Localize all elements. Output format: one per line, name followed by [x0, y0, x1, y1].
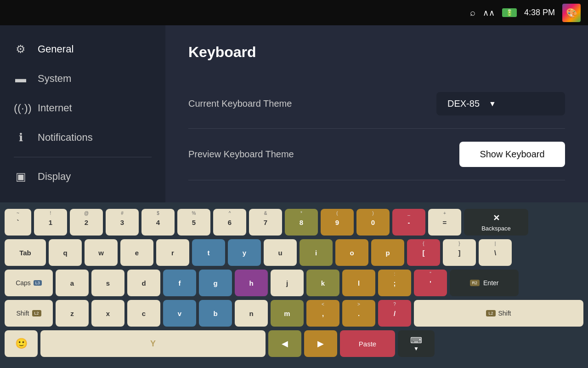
search-icon[interactable]: ⌕ [470, 7, 475, 18]
l2-badge-shift: L2 [32, 310, 41, 316]
key-q[interactable]: q [49, 239, 82, 266]
key-semicolon[interactable]: :; [378, 270, 411, 296]
kb-row-4: Shift L2 z x c v b n m <, >. ?/ L2 Shift [5, 300, 583, 327]
sidebar-divider [14, 157, 152, 157]
key-8[interactable]: *8 [285, 209, 318, 236]
key-m[interactable]: m [271, 300, 304, 327]
key-5[interactable]: %5 [177, 209, 210, 236]
key-n[interactable]: n [235, 300, 268, 327]
key-y[interactable]: y [228, 239, 261, 266]
emoji-icon: 🙂 [15, 338, 28, 350]
theme-label: Current Keyboard Theme [188, 98, 292, 109]
theme-row: Current Keyboard Theme DEX-85 ▼ [188, 79, 565, 129]
key-v[interactable]: v [163, 300, 196, 327]
key-t[interactable]: t [192, 239, 225, 266]
key-d[interactable]: d [127, 270, 160, 296]
sidebar-item-system[interactable]: ▬ System [0, 64, 165, 93]
key-comma[interactable]: <, [306, 300, 339, 327]
key-x[interactable]: x [91, 300, 124, 327]
shift-right-label: Shift [498, 310, 511, 317]
key-a[interactable]: a [56, 270, 89, 296]
preview-label: Preview Keyboard Theme [188, 149, 294, 160]
avatar[interactable]: 🎨 [562, 4, 581, 22]
show-keyboard-button[interactable]: Show Keyboard [459, 142, 565, 167]
monitor-icon: ▬ [14, 72, 28, 85]
sidebar-item-general[interactable]: ⚙ General [0, 34, 165, 64]
key-caps[interactable]: Caps L3 [5, 270, 53, 296]
key-slash[interactable]: ?/ [378, 300, 411, 327]
key-j[interactable]: j [271, 270, 304, 296]
key-w[interactable]: w [85, 239, 118, 266]
key-tab[interactable]: Tab [5, 239, 46, 266]
key-6[interactable]: ^6 [213, 209, 246, 236]
key-1[interactable]: !1 [34, 209, 67, 236]
info-icon: ℹ [14, 131, 28, 144]
sidebar-label-notifications: Notifications [38, 132, 93, 144]
key-u[interactable]: u [264, 239, 297, 266]
key-i[interactable]: i [300, 239, 333, 266]
sidebar-item-display[interactable]: ▣ Display [0, 162, 165, 191]
key-g[interactable]: g [199, 270, 232, 296]
keyboard-rows: ~` !1 @2 #3 $4 %5 ^6 &7 *8 (9 )0 _- += ✕… [5, 209, 583, 357]
key-0[interactable]: )0 [356, 209, 390, 236]
topbar: ⌕ ∧∧ 🔋 4:38 PM 🎨 [0, 0, 588, 25]
key-o[interactable]: o [335, 239, 368, 266]
key-k[interactable]: k [306, 270, 339, 296]
key-period[interactable]: >. [342, 300, 375, 327]
key-tilde[interactable]: ~` [5, 209, 31, 236]
key-bracket-open[interactable]: {[ [407, 239, 440, 266]
down-arrow-icon: ▼ [413, 345, 419, 352]
key-r[interactable]: r [156, 239, 189, 266]
l2-badge-shift-r: L2 [486, 310, 495, 316]
left-arrow-icon: ◀ [282, 339, 288, 349]
kb-row-1: ~` !1 @2 #3 $4 %5 ^6 &7 *8 (9 )0 _- += ✕… [5, 209, 583, 236]
key-bracket-close[interactable]: }] [443, 239, 476, 266]
kb-row-5: 🙂 Y ◀ ▶ Paste ⌨ ▼ [5, 330, 583, 357]
key-z[interactable]: z [56, 300, 89, 327]
display-icon: ▣ [14, 170, 28, 183]
keyboard-section: ~` !1 @2 #3 $4 %5 ^6 &7 *8 (9 )0 _- += ✕… [0, 202, 588, 368]
key-c[interactable]: c [127, 300, 160, 327]
sidebar-item-internet[interactable]: ((·)) Internet [0, 93, 165, 123]
key-2[interactable]: @2 [70, 209, 103, 236]
kb-row-2: Tab q w e r t y u i o p {[ }] |\ [5, 239, 583, 266]
key-7[interactable]: &7 [249, 209, 282, 236]
wifi-nav-icon: ((·)) [14, 102, 28, 115]
key-right[interactable]: ▶ [304, 330, 337, 357]
key-quote[interactable]: "' [414, 270, 447, 296]
sidebar-item-notifications[interactable]: ℹ Notifications [0, 123, 165, 152]
key-s[interactable]: s [91, 270, 124, 296]
clock: 4:38 PM [524, 8, 555, 17]
key-emoji[interactable]: 🙂 [5, 330, 38, 357]
x-icon: ✕ [493, 213, 500, 223]
key-y-btn[interactable]: Y [40, 330, 266, 357]
page-title: Keyboard [188, 44, 565, 61]
key-b[interactable]: b [199, 300, 232, 327]
key-backslash[interactable]: |\ [479, 239, 512, 266]
key-f[interactable]: f [163, 270, 196, 296]
sidebar-label-general: General [38, 43, 74, 55]
key-h[interactable]: h [235, 270, 268, 296]
key-paste[interactable]: Paste [340, 330, 395, 357]
key-minus[interactable]: _- [392, 209, 425, 236]
key-4[interactable]: $4 [141, 209, 175, 236]
key-equals[interactable]: += [428, 209, 461, 236]
theme-dropdown[interactable]: DEX-85 ▼ [436, 92, 565, 115]
theme-value: DEX-85 [447, 98, 480, 109]
key-3[interactable]: #3 [106, 209, 139, 236]
preview-row: Preview Keyboard Theme Show Keyboard [188, 129, 565, 180]
l3-badge: L3 [34, 280, 42, 286]
key-shift-right[interactable]: L2 Shift [414, 300, 583, 327]
key-p[interactable]: p [371, 239, 404, 266]
battery-icon: 🔋 [502, 8, 517, 17]
key-left[interactable]: ◀ [268, 330, 301, 357]
key-enter[interactable]: R2 Enter [450, 270, 519, 296]
wifi-icon: ∧∧ [483, 8, 495, 18]
key-shift-left[interactable]: Shift L2 [5, 300, 53, 327]
chevron-down-icon: ▼ [489, 100, 496, 108]
key-l[interactable]: l [342, 270, 375, 296]
key-9[interactable]: (9 [321, 209, 354, 236]
key-backspace[interactable]: ✕ Backspace [464, 209, 528, 236]
key-e[interactable]: e [120, 239, 153, 266]
key-keyboard-toggle[interactable]: ⌨ ▼ [398, 330, 435, 357]
